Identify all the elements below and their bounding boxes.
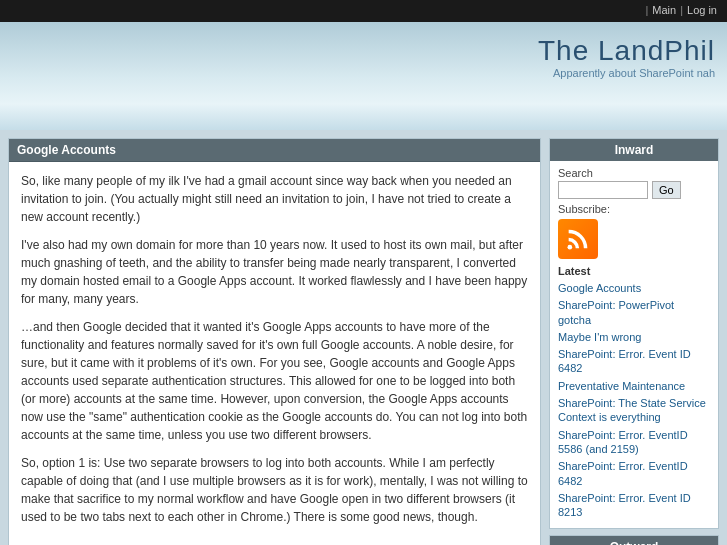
site-title: The LandPhil (538, 35, 715, 67)
nav-separator2: | (680, 4, 683, 16)
content-paragraph-4: So, option 1 is: Use two separate browse… (21, 454, 528, 526)
outward-box: Outward (549, 535, 719, 545)
latest-link[interactable]: SharePoint: Error. EventID 5586 (and 215… (558, 429, 688, 455)
list-item: SharePoint: Error. Event ID 8213 (558, 491, 710, 520)
inward-box-body: Search Go Subscribe: Latest G (550, 161, 718, 528)
search-row: Go (558, 181, 710, 199)
content-area: Google Accounts So, like many people of … (8, 138, 541, 545)
sidebar: Inward Search Go Subscribe: (549, 138, 719, 545)
main-nav-link[interactable]: Main (652, 4, 676, 16)
content-heading: Google Accounts (9, 139, 540, 162)
header-nav: | Main | Log in (645, 4, 717, 16)
latest-link[interactable]: SharePoint: PowerPivot gotcha (558, 299, 674, 325)
list-item: SharePoint: Error. EventID 5586 (and 215… (558, 428, 710, 457)
search-label: Search (558, 167, 710, 179)
content-paragraph-3: …and then Google decided that it wanted … (21, 318, 528, 444)
list-item: SharePoint: Error. Event ID 6482 (558, 347, 710, 376)
nav-separator: | (645, 4, 648, 16)
latest-links-list: Google AccountsSharePoint: PowerPivot go… (558, 281, 710, 519)
list-item: Preventative Maintenance (558, 379, 710, 393)
content-paragraph-2: I've also had my own domain for more tha… (21, 236, 528, 308)
inward-box: Inward Search Go Subscribe: (549, 138, 719, 529)
subscribe-label: Subscribe: (558, 203, 710, 215)
list-item: SharePoint: Error. EventID 6482 (558, 459, 710, 488)
main-wrapper: Google Accounts So, like many people of … (0, 130, 727, 545)
latest-label: Latest (558, 265, 710, 277)
latest-link[interactable]: SharePoint: The State Service Context is… (558, 397, 706, 423)
outward-title: Outward (550, 536, 718, 545)
latest-link[interactable]: Preventative Maintenance (558, 380, 685, 392)
list-item: Google Accounts (558, 281, 710, 295)
site-subtitle: Apparently about SharePoint nah (538, 67, 715, 79)
search-button[interactable]: Go (652, 181, 681, 199)
latest-link[interactable]: Maybe I'm wrong (558, 331, 641, 343)
inward-title: Inward (550, 139, 718, 161)
svg-point-0 (568, 245, 573, 250)
latest-link[interactable]: SharePoint: Error. Event ID 8213 (558, 492, 691, 518)
header-title-area: The LandPhil Apparently about SharePoint… (538, 35, 715, 79)
latest-link[interactable]: SharePoint: Error. Event ID 6482 (558, 348, 691, 374)
site-header: | Main | Log in The LandPhil Apparently … (0, 0, 727, 130)
search-input[interactable] (558, 181, 648, 199)
list-item: SharePoint: The State Service Context is… (558, 396, 710, 425)
content-paragraph-1: So, like many people of my ilk I've had … (21, 172, 528, 226)
list-item: SharePoint: PowerPivot gotcha (558, 298, 710, 327)
latest-link[interactable]: SharePoint: Error. EventID 6482 (558, 460, 688, 486)
login-nav-link[interactable]: Log in (687, 4, 717, 16)
rss-icon[interactable] (558, 219, 598, 259)
latest-link[interactable]: Google Accounts (558, 282, 641, 294)
content-body: So, like many people of my ilk I've had … (9, 162, 540, 545)
list-item: Maybe I'm wrong (558, 330, 710, 344)
rss-svg (564, 225, 592, 253)
